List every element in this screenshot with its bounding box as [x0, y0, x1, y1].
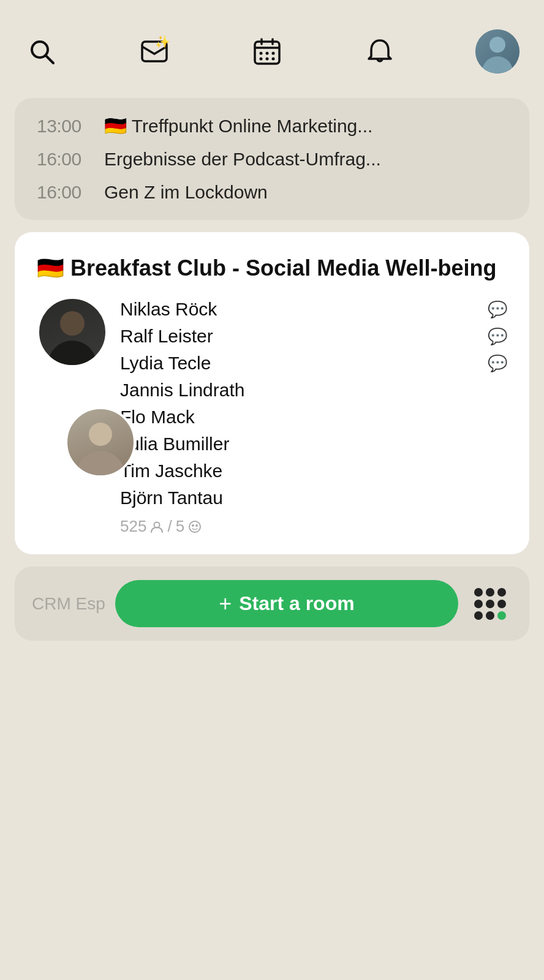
- member-row-6: Julia Bumiller: [120, 434, 507, 454]
- room-content: Niklas Röck 💬 Ralf Leister 💬 Lydia Tecle…: [37, 296, 507, 536]
- room-stats: 525 / 5: [120, 517, 507, 536]
- room-title: 🇩🇪 Breakfast Club - Social Media Well-be…: [37, 254, 507, 282]
- member-name-8: Björn Tantau: [120, 488, 507, 508]
- member-name-1: Niklas Röck: [120, 299, 483, 320]
- speaker-avatar-1: [37, 296, 108, 368]
- room-flag: 🇩🇪: [37, 255, 64, 281]
- member-row-5: Flo Mack: [120, 407, 507, 428]
- svg-point-8: [266, 52, 269, 55]
- dot-8: [486, 611, 494, 620]
- dot-7: [474, 611, 483, 620]
- speaker-avatars: [37, 296, 108, 407]
- member-name-2: Ralf Leister: [120, 326, 483, 347]
- member-row-2: Ralf Leister 💬: [120, 326, 507, 347]
- member-row-4: Jannis Lindrath: [120, 380, 507, 401]
- member-row-7: Tim Jaschke: [120, 461, 507, 481]
- bottom-bar: CRM Esp + Start a room: [15, 567, 529, 641]
- dot-1: [474, 588, 483, 597]
- speaker-icon: [188, 520, 202, 533]
- listener-count: 525: [120, 517, 146, 536]
- svg-point-11: [266, 58, 269, 61]
- svg-point-12: [272, 58, 275, 61]
- start-room-button[interactable]: + Start a room: [115, 580, 458, 627]
- member-row-8: Björn Tantau: [120, 488, 507, 508]
- speaking-icon-1: 💬: [488, 300, 507, 319]
- events-card: 13:00 🇩🇪 Treffpunkt Online Marketing... …: [15, 98, 529, 220]
- event-time-3: 16:00: [37, 182, 104, 203]
- dots-grid: [474, 588, 506, 620]
- member-name-7: Tim Jaschke: [120, 461, 507, 481]
- start-room-label: Start a room: [239, 592, 354, 615]
- sparkle-badge: ✨: [155, 36, 170, 48]
- event-time-1: 13:00: [37, 116, 104, 137]
- speaker-avatar-2: [65, 407, 136, 478]
- top-navigation: ✨: [0, 0, 544, 88]
- event-item-2[interactable]: 16:00 Ergebnisse der Podcast-Umfrag...: [37, 149, 507, 170]
- grid-menu-button[interactable]: [468, 587, 512, 621]
- event-item-1[interactable]: 13:00 🇩🇪 Treffpunkt Online Marketing...: [37, 115, 507, 137]
- compose-button[interactable]: ✨: [137, 34, 172, 69]
- event-title-2: Ergebnisse der Podcast-Umfrag...: [104, 149, 507, 170]
- event-flag-1: 🇩🇪: [104, 116, 127, 136]
- speaking-icon-3: 💬: [488, 354, 507, 373]
- dot-6: [497, 600, 506, 608]
- user-avatar[interactable]: [475, 29, 519, 74]
- speaker-count: 5: [176, 517, 184, 536]
- svg-point-9: [272, 52, 275, 55]
- speaking-icon-2: 💬: [488, 327, 507, 346]
- member-name-6: Julia Bumiller: [120, 434, 507, 454]
- dot-3: [497, 588, 506, 597]
- room-card[interactable]: 🇩🇪 Breakfast Club - Social Media Well-be…: [15, 232, 529, 554]
- event-time-2: 16:00: [37, 149, 104, 170]
- calendar-button[interactable]: [250, 34, 284, 69]
- dot-4: [474, 600, 483, 608]
- event-title-3: Gen Z im Lockdown: [104, 182, 507, 203]
- dot-5: [486, 600, 494, 608]
- svg-point-10: [260, 58, 263, 61]
- svg-line-1: [46, 56, 53, 63]
- dot-2: [486, 588, 494, 597]
- member-row-1: Niklas Röck 💬: [120, 299, 507, 320]
- member-row-3: Lydia Tecle 💬: [120, 353, 507, 374]
- stats-separator: /: [167, 517, 172, 536]
- svg-point-7: [260, 52, 263, 55]
- svg-point-15: [192, 524, 194, 527]
- member-name-5: Flo Mack: [120, 407, 507, 428]
- event-title-1: 🇩🇪 Treffpunkt Online Marketing...: [104, 115, 507, 137]
- listener-icon: [150, 520, 164, 533]
- search-button[interactable]: [25, 34, 59, 69]
- event-item-3[interactable]: 16:00 Gen Z im Lockdown: [37, 182, 507, 203]
- dot-9-active: [497, 611, 506, 620]
- members-list: Niklas Röck 💬 Ralf Leister 💬 Lydia Tecle…: [120, 296, 507, 536]
- plus-icon: +: [219, 593, 232, 615]
- member-name-3: Lydia Tecle: [120, 353, 483, 374]
- svg-point-14: [189, 521, 200, 532]
- bell-button[interactable]: [363, 34, 397, 69]
- member-name-4: Jannis Lindrath: [120, 380, 507, 401]
- avatar-image: [475, 29, 519, 74]
- crm-label: CRM Esp: [32, 594, 105, 614]
- svg-point-16: [195, 524, 198, 527]
